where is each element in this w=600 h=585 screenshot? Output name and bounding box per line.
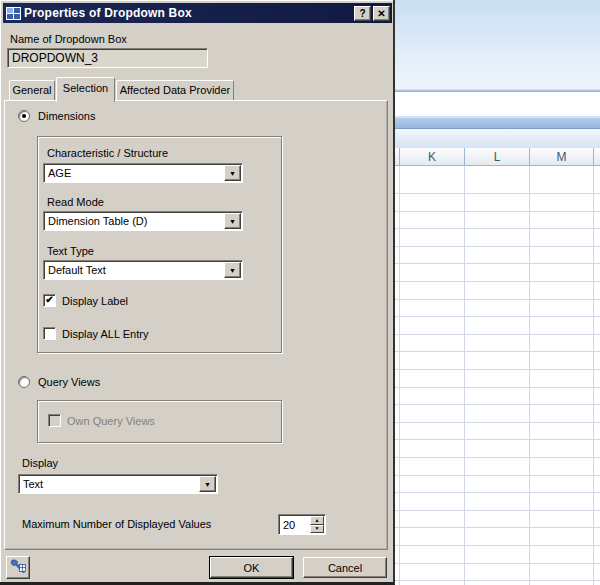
query-views-radio[interactable] bbox=[18, 376, 30, 388]
app-grid-icon bbox=[6, 7, 21, 20]
settings-button[interactable] bbox=[6, 556, 30, 579]
dropdown-arrow-icon[interactable]: ▼ bbox=[224, 262, 241, 278]
dropdown-arrow-icon[interactable]: ▼ bbox=[224, 213, 241, 229]
worksheet-grid[interactable] bbox=[395, 166, 600, 585]
spin-up-icon[interactable]: ▲ bbox=[310, 516, 324, 525]
read-mode-select[interactable]: Dimension Table (D) ▼ bbox=[43, 211, 243, 231]
text-type-select[interactable]: Default Text ▼ bbox=[43, 260, 243, 280]
check-icon: ✔ bbox=[45, 295, 53, 305]
tab-affected-data-provider[interactable]: Affected Data Provider bbox=[116, 80, 234, 101]
column-header-k[interactable]: K bbox=[400, 148, 465, 165]
ribbon-area bbox=[395, 0, 600, 89]
read-mode-value: Dimension Table (D) bbox=[44, 215, 224, 227]
properties-dialog: Properties of Dropdown Box ? ✕ Name of D… bbox=[0, 0, 395, 585]
dropdown-arrow-icon[interactable]: ▼ bbox=[199, 476, 216, 492]
ok-button[interactable]: OK bbox=[210, 557, 293, 578]
header-gradient-band bbox=[395, 129, 600, 148]
own-query-views-checkbox bbox=[48, 414, 61, 427]
ribbon-divider bbox=[395, 89, 600, 92]
column-header-l[interactable]: L bbox=[465, 148, 530, 165]
gridline-rows bbox=[395, 193, 600, 585]
dimensions-radio[interactable] bbox=[18, 110, 30, 122]
wrench-icon bbox=[10, 559, 27, 576]
characteristic-value: AGE bbox=[44, 167, 224, 179]
tab-selection[interactable]: Selection bbox=[56, 77, 115, 102]
display-value: Text bbox=[19, 478, 199, 490]
toolbar-band bbox=[395, 118, 600, 129]
help-button[interactable]: ? bbox=[354, 6, 371, 21]
max-values-stepper[interactable]: 20 ▲ ▼ bbox=[278, 514, 326, 535]
column-header-partial[interactable] bbox=[594, 148, 600, 165]
excel-window: K L M bbox=[395, 0, 600, 585]
max-values-value: 20 bbox=[279, 515, 310, 534]
display-label-checkbox[interactable]: ✔ bbox=[43, 294, 56, 307]
characteristic-select[interactable]: AGE ▼ bbox=[43, 163, 243, 183]
query-views-group bbox=[37, 400, 282, 443]
tab-general[interactable]: General bbox=[9, 80, 55, 101]
spin-down-icon[interactable]: ▼ bbox=[310, 525, 324, 534]
column-header-row: K L M bbox=[395, 148, 600, 166]
dialog-title: Properties of Dropdown Box bbox=[24, 6, 352, 20]
screen: K L M Properties of Dropdown Box ? ✕ Nam… bbox=[0, 0, 600, 585]
radio-dot-icon bbox=[22, 114, 26, 118]
cancel-button[interactable]: Cancel bbox=[303, 557, 387, 578]
display-select[interactable]: Text ▼ bbox=[18, 474, 218, 494]
display-all-entry-checkbox[interactable] bbox=[43, 327, 56, 340]
name-value: DROPDOWN_3 bbox=[12, 51, 98, 65]
name-label: Name of Dropdown Box bbox=[10, 33, 127, 45]
name-input[interactable]: DROPDOWN_3 bbox=[7, 48, 208, 68]
titlebar[interactable]: Properties of Dropdown Box ? ✕ bbox=[3, 3, 392, 23]
dropdown-arrow-icon[interactable]: ▼ bbox=[224, 165, 241, 181]
close-button[interactable]: ✕ bbox=[373, 6, 390, 21]
column-header-m[interactable]: M bbox=[530, 148, 594, 165]
text-type-value: Default Text bbox=[44, 264, 224, 276]
